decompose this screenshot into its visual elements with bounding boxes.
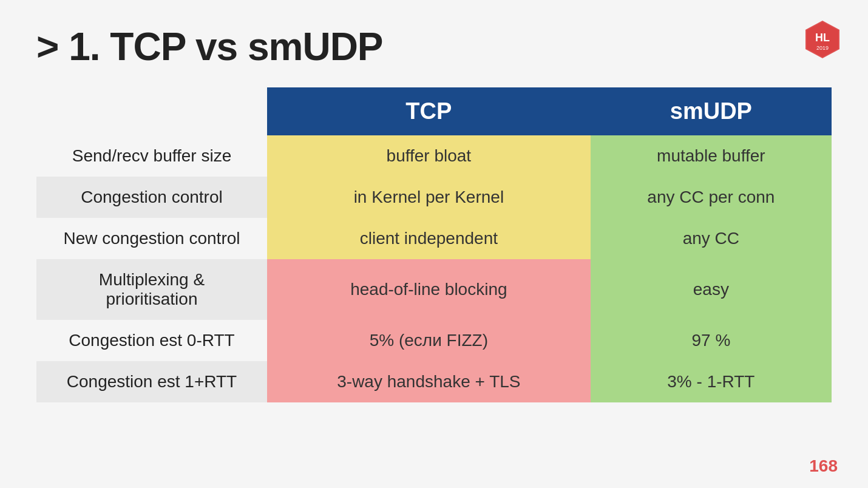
smudp-cell: any CC — [591, 218, 832, 259]
row-label: Congestion est 0-RTT — [36, 320, 267, 361]
header-smudp: smUDP — [591, 87, 832, 135]
row-label: New congestion control — [36, 218, 267, 259]
tcp-cell: client independent — [267, 218, 591, 259]
tcp-cell: 3-way handshake + TLS — [267, 361, 591, 402]
table-row: Send/recv buffer sizebuffer bloatmutable… — [36, 135, 832, 177]
smudp-cell: easy — [591, 259, 832, 320]
svg-text:2019: 2019 — [816, 45, 829, 51]
table-row: Multiplexing &prioritisationhead-of-line… — [36, 259, 832, 320]
row-label: Congestion control — [36, 177, 267, 218]
tcp-cell: head-of-line blocking — [267, 259, 591, 320]
page-number: 168 — [809, 456, 838, 476]
header-empty — [36, 87, 267, 135]
row-label: Congestion est 1+RTT — [36, 361, 267, 402]
tcp-cell: in Kernel per Kernel — [267, 177, 591, 218]
row-label: Multiplexing &prioritisation — [36, 259, 267, 320]
smudp-cell: 97 % — [591, 320, 832, 361]
table-row: Congestion est 0-RTT5% (если FIZZ)97 % — [36, 320, 832, 361]
smudp-cell: mutable buffer — [591, 135, 832, 177]
logo: HL 2019 — [801, 18, 844, 61]
row-label: Send/recv buffer size — [36, 135, 267, 177]
comparison-table: TCP smUDP Send/recv buffer sizebuffer bl… — [36, 87, 832, 402]
slide: HL 2019 > 1. TCP vs smUDP TCP smUDP Send… — [0, 0, 868, 488]
page-title: > 1. TCP vs smUDP — [36, 24, 832, 69]
table-row: Congestion est 1+RTT3-way handshake + TL… — [36, 361, 832, 402]
table-row: Congestion controlin Kernel per Kernelan… — [36, 177, 832, 218]
svg-text:HL: HL — [815, 32, 830, 44]
table-row: New congestion controlclient independent… — [36, 218, 832, 259]
smudp-cell: any CC per conn — [591, 177, 832, 218]
header-tcp: TCP — [267, 87, 591, 135]
smudp-cell: 3% - 1-RTT — [591, 361, 832, 402]
tcp-cell: buffer bloat — [267, 135, 591, 177]
tcp-cell: 5% (если FIZZ) — [267, 320, 591, 361]
